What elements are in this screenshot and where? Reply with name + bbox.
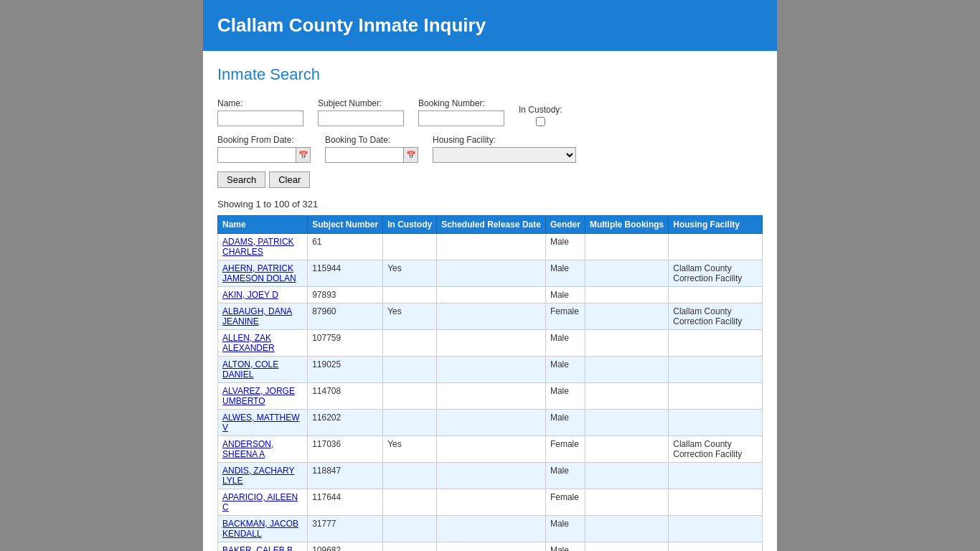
subject-group: Subject Number: [318,98,404,126]
table-row: AHERN, PATRICK JAMESON DOLAN115944YesMal… [218,260,763,287]
cell-facility: Clallam County Correction Facility [669,436,763,463]
search-button[interactable]: Search [217,171,265,188]
cell-custody [383,489,437,516]
app-container: Clallam County Inmate Inquiry Inmate Sea… [203,0,777,551]
cell-custody [383,330,437,357]
booking-to-calendar-btn[interactable]: 📅 [404,147,418,163]
cell-multiple [585,287,668,303]
cell-facility [669,357,763,383]
custody-checkbox[interactable] [536,117,545,126]
cell-facility [669,410,763,436]
booking-from-calendar-btn[interactable]: 📅 [296,147,311,163]
cell-multiple [585,303,668,330]
cell-name: BAKER, CALEB B [218,542,308,552]
table-row: ALWES, MATTHEW V116202Male [218,410,763,436]
table-row: ALTON, COLE DANIEL119025Male [218,357,763,383]
cell-name: ALTON, COLE DANIEL [218,357,308,383]
inmate-link[interactable]: AKIN, JOEY D [222,290,278,300]
cell-gender: Female [545,489,585,516]
cell-custody [383,234,437,260]
col-subject: Subject Number [308,216,383,234]
name-input[interactable] [217,110,303,126]
cell-custody [383,542,437,552]
inmate-link[interactable]: ALBAUGH, DANA JEANINE [222,306,292,326]
table-row: APARICIO, AILEEN C117644Female [218,489,763,516]
form-row-1: Name: Subject Number: Booking Number: In… [217,98,763,126]
cell-name: ALBAUGH, DANA JEANINE [218,303,308,330]
inmate-link[interactable]: ALVAREZ, JORGE UMBERTO [222,386,295,406]
cell-name: ALWES, MATTHEW V [218,410,308,436]
cell-custody: Yes [383,303,437,330]
booking-label: Booking Number: [418,98,504,108]
cell-name: AKIN, JOEY D [218,287,308,303]
booking-from-input[interactable] [217,147,296,163]
table-row: BACKMAN, JACOB KENDALL31777Male [218,516,763,542]
btn-row: Search Clear [217,171,763,188]
cell-multiple [585,330,668,357]
cell-custody: Yes [383,260,437,287]
cell-name: ANDERSON, SHEENA A [218,436,308,463]
housing-group: Housing Facility: Clallam County Correct… [433,135,576,163]
cell-custody [383,516,437,542]
cell-name: APARICIO, AILEEN C [218,489,308,516]
cell-facility [669,330,763,357]
cell-gender: Male [545,542,585,552]
inmate-link[interactable]: APARICIO, AILEEN C [222,492,298,512]
cell-name: ALVAREZ, JORGE UMBERTO [218,383,308,410]
cell-subject: 87960 [308,303,383,330]
cell-gender: Male [545,516,585,542]
cell-multiple [585,357,668,383]
clear-button[interactable]: Clear [269,171,310,188]
cell-multiple [585,260,668,287]
booking-to-input[interactable] [325,147,404,163]
search-form: Name: Subject Number: Booking Number: In… [217,98,763,188]
cell-gender: Male [545,330,585,357]
cell-release [437,410,546,436]
booking-from-label: Booking From Date: [217,135,311,145]
booking-number-input[interactable] [418,110,504,126]
table-row: BAKER, CALEB B109682Male [218,542,763,552]
cell-facility [669,287,763,303]
cell-subject: 109682 [308,542,383,552]
cell-multiple [585,516,668,542]
table-row: ANDERSON, SHEENA A117036YesFemaleClallam… [218,436,763,463]
table-row: AKIN, JOEY D97893Male [218,287,763,303]
booking-from-wrapper: 📅 [217,147,311,163]
cell-gender: Male [545,260,585,287]
cell-subject: 107759 [308,330,383,357]
cell-release [437,260,546,287]
inmate-link[interactable]: ANDIS, ZACHARY LYLE [222,466,294,486]
table-header-row: Name Subject Number In Custody Scheduled… [218,216,763,234]
inmate-link[interactable]: AHERN, PATRICK JAMESON DOLAN [222,263,296,283]
cell-custody [383,410,437,436]
table-row: ALLEN, ZAK ALEXANDER107759Male [218,330,763,357]
cell-name: ALLEN, ZAK ALEXANDER [218,330,308,357]
col-name: Name [218,216,308,234]
form-row-2: Booking From Date: 📅 Booking To Date: 📅 … [217,135,763,163]
cell-release [437,436,546,463]
name-label: Name: [217,98,303,108]
col-facility: Housing Facility [669,216,763,234]
subject-input[interactable] [318,110,404,126]
cell-multiple [585,234,668,260]
results-count: Showing 1 to 100 of 321 [217,199,763,209]
cell-multiple [585,436,668,463]
cell-multiple [585,489,668,516]
col-custody: In Custody [383,216,437,234]
inmate-link[interactable]: ADAMS, PATRICK CHARLES [222,237,294,257]
inmate-link[interactable]: ALTON, COLE DANIEL [222,359,278,380]
inmate-link[interactable]: ALLEN, ZAK ALEXANDER [222,333,275,353]
inmate-link[interactable]: ANDERSON, SHEENA A [222,439,273,459]
col-release: Scheduled Release Date [437,216,546,234]
table-row: ALBAUGH, DANA JEANINE87960YesFemaleClall… [218,303,763,330]
inmate-link[interactable]: BACKMAN, JACOB KENDALL [222,519,298,539]
cell-custody [383,287,437,303]
cell-name: BACKMAN, JACOB KENDALL [218,516,308,542]
cell-subject: 115944 [308,260,383,287]
cell-multiple [585,383,668,410]
inmate-link[interactable]: BAKER, CALEB B [222,545,293,551]
table-body: ADAMS, PATRICK CHARLES61MaleAHERN, PATRI… [218,234,763,552]
cell-multiple [585,463,668,489]
housing-select[interactable]: Clallam County Correction Facility [433,147,576,163]
inmate-link[interactable]: ALWES, MATTHEW V [222,413,300,433]
